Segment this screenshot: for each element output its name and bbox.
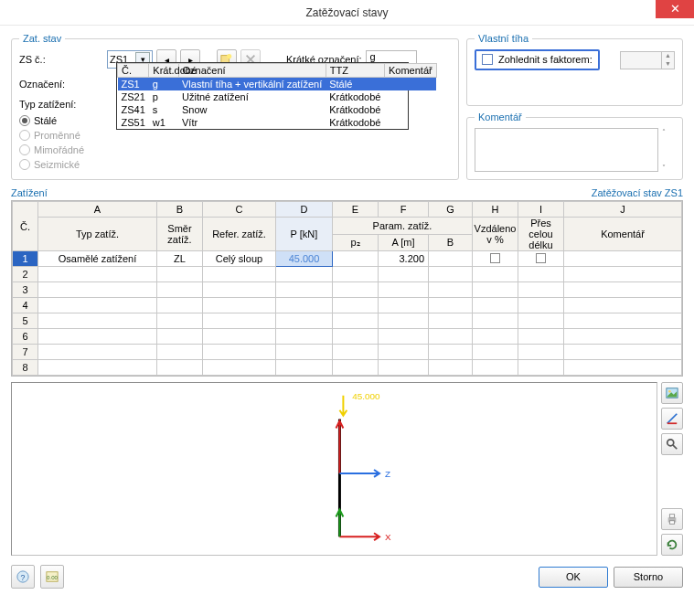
tool-print-icon[interactable]: [661, 508, 683, 530]
group-vlastni-tiha: Vlastní tíha Zohlednit s faktorem: ▲▼: [466, 33, 683, 106]
help-button[interactable]: ?: [11, 565, 35, 589]
ok-button[interactable]: OK: [539, 567, 608, 588]
svg-rect-12: [669, 521, 674, 525]
col-c: Č.: [13, 202, 38, 251]
svg-point-7: [668, 390, 671, 393]
scroll-down-icon[interactable]: ˅: [662, 164, 675, 172]
spin-faktor[interactable]: ▲▼: [620, 51, 675, 69]
svg-point-8: [667, 440, 674, 446]
svg-rect-11: [669, 515, 674, 518]
group-komentar: Komentář ˄ ˅: [466, 112, 683, 180]
dd-col-c: Č.: [118, 64, 149, 78]
label-typ: Typ zatížení:: [19, 99, 76, 110]
table-row[interactable]: 8: [13, 360, 682, 376]
zs-dropdown[interactable]: Č. Krát.dobé Označení TTZ Komentář ZS1gV…: [116, 62, 409, 130]
table-row[interactable]: 3: [13, 282, 682, 298]
svg-line-9: [673, 445, 677, 449]
svg-text:0.00: 0.00: [47, 574, 58, 580]
radio-promenne[interactable]: Proměnné: [19, 130, 84, 141]
legend-vlastni-tiha: Vlastní tíha: [475, 33, 532, 44]
table-row[interactable]: 4: [13, 298, 682, 313]
section-zatizeni: Zatížení: [11, 187, 48, 198]
table-row[interactable]: 5: [13, 313, 682, 329]
svg-text:Z: Z: [385, 469, 390, 479]
close-button[interactable]: ✕: [656, 0, 694, 18]
tool-picture-icon[interactable]: [661, 382, 683, 404]
highlight-zohlednit: Zohlednit s faktorem:: [475, 49, 600, 70]
dd-col-ozn: Označení: [178, 64, 326, 78]
table-row[interactable]: 1Osamělé zatíženíZLCelý sloup45.0003.200: [13, 251, 682, 267]
window-title: Zatěžovací stavy: [305, 6, 388, 19]
table-row[interactable]: 2: [13, 267, 682, 282]
radio-seizmicke[interactable]: Seizmické: [19, 159, 84, 170]
label-zohlednit: Zohlednit s faktorem:: [498, 54, 593, 66]
textarea-komentar[interactable]: [475, 128, 658, 172]
svg-point-1: [227, 54, 231, 58]
svg-text:45.000: 45.000: [352, 391, 380, 401]
legend-komentar: Komentář: [475, 112, 526, 122]
dd-row[interactable]: ZS41sSnowKrátkodobé: [118, 103, 437, 116]
svg-text:?: ?: [21, 573, 26, 582]
label-zs-c: ZS č.:: [19, 54, 103, 65]
dd-col-ttz: TTZ: [326, 64, 384, 78]
tool-refresh-icon[interactable]: [661, 534, 683, 556]
dd-row[interactable]: ZS51w1VítrKrátkodobé: [118, 116, 437, 129]
dd-row[interactable]: ZS21pUžitné zatíženíKrátkodobé: [118, 90, 437, 103]
radio-stale[interactable]: Stálé: [19, 115, 84, 126]
dd-row[interactable]: ZS1gVlastní tíha + vertikální zatíženíSt…: [118, 78, 437, 91]
titlebar: Zatěžovací stavy ✕: [0, 0, 694, 26]
legend-zat-stav: Zat. stav: [19, 33, 65, 44]
cancel-button[interactable]: Storno: [614, 567, 683, 588]
preview-canvas[interactable]: 45.000 Z X: [11, 382, 657, 556]
dd-col-kr: Krát.dobé: [149, 64, 178, 78]
svg-text:X: X: [385, 532, 391, 542]
grid-zatizeni[interactable]: Č. ABC DEF GHIJ Typ zatíž. Směr zatíž. R…: [11, 200, 683, 377]
label-oznaceni: Označení:: [19, 79, 103, 90]
radio-mimoradne[interactable]: Mimořádné: [19, 144, 84, 155]
units-button[interactable]: 0.00: [40, 565, 64, 589]
preview-diagram: 45.000 Z X: [12, 383, 657, 555]
section-zatizeni-right: Zatěžovací stav ZS1: [592, 187, 683, 198]
tool-axis-icon[interactable]: [661, 408, 683, 430]
group-zat-stav: Zat. stav ZS č.: ZS1 ▾ ◂ ▸ Krátké označe…: [11, 33, 459, 180]
table-row[interactable]: 6: [13, 329, 682, 345]
scroll-up-icon[interactable]: ˄: [662, 128, 675, 136]
checkbox-zohlednit[interactable]: [482, 54, 493, 65]
table-row[interactable]: 7: [13, 345, 682, 360]
tool-zoom-icon[interactable]: [661, 433, 683, 455]
dd-col-kom: Komentář: [384, 64, 436, 78]
